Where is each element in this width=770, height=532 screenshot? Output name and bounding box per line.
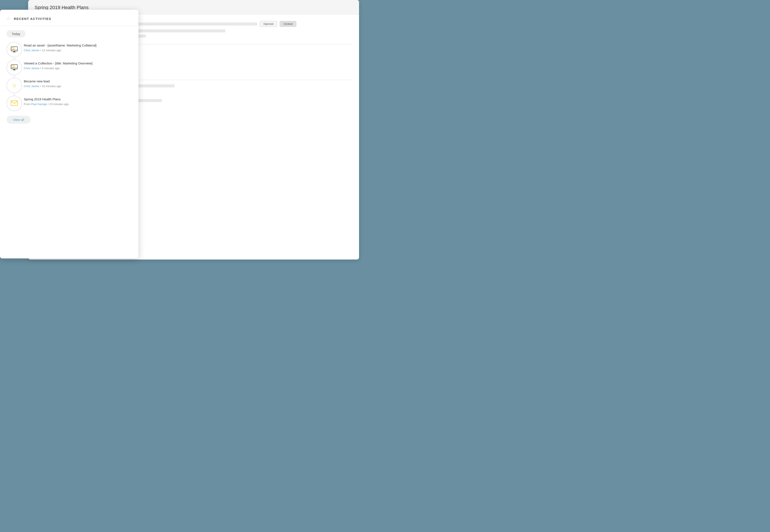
activity-meta-4: From Paul George • 23 minutes ago <box>24 103 69 106</box>
activity-author-4[interactable]: Paul George <box>31 103 47 106</box>
timeline-icon-wrap-2 <box>6 60 22 75</box>
timeline-item-3: ☆ Became new lead Chris James • 15 minut… <box>24 78 132 88</box>
activity-time-2: 5 minutes ago <box>42 67 60 70</box>
timeline-item-2: Viewed a Collection - [title: Marketing … <box>24 60 132 70</box>
activity-time-4: 23 minutes ago <box>50 103 69 106</box>
activity-content-3: Became new lead Chris James • 15 minutes… <box>24 78 61 88</box>
timeline-icon-wrap-1 <box>6 42 22 57</box>
front-panel: ☆ RECENT ACTIVITIES Today <box>0 10 138 258</box>
activity-title-3: Became new lead <box>24 79 61 83</box>
activity-meta-3: Chris James • 15 minutes ago <box>24 85 61 88</box>
clicked-button-1[interactable]: Clicked <box>280 21 296 27</box>
timeline-item-1: Read an asset - [assetName: Marketing Co… <box>24 42 132 52</box>
panel-header: ☆ RECENT ACTIVITIES <box>0 10 138 26</box>
activity-meta-1: Chris James • 12 minutes ago <box>24 49 96 52</box>
activity-title-2: Viewed a Collection - [title: Marketing … <box>24 61 92 66</box>
panel-body: Today <box>0 26 138 128</box>
activity-meta-2: Chris James • 5 minutes ago <box>24 67 92 70</box>
activity-content-1: Read an asset - [assetName: Marketing Co… <box>24 42 96 52</box>
activity-content-4: Spring 2019 Health Plans From Paul Georg… <box>24 96 69 106</box>
back-panel-title: Spring 2019 Health Plans <box>35 5 89 10</box>
activity-author-2[interactable]: Chris James <box>24 67 39 70</box>
activity-from-label: From <box>24 103 30 106</box>
activity-time-3: 15 minutes ago <box>42 85 61 88</box>
activity-title-1: Read an asset - [assetName: Marketing Co… <box>24 43 96 48</box>
timeline-icon-wrap-4 <box>6 96 22 111</box>
mail-icon-4 <box>11 101 18 106</box>
star-icon-3: ☆ <box>12 82 17 89</box>
activity-content-2: Viewed a Collection - [title: Marketing … <box>24 60 92 70</box>
star-header-icon: ☆ <box>6 16 11 21</box>
activity-author-3[interactable]: Chris James <box>24 85 39 88</box>
timeline-icon-wrap-3: ☆ <box>6 78 22 93</box>
activity-time-1: 12 minutes ago <box>42 49 61 52</box>
timeline: Read an asset - [assetName: Marketing Co… <box>6 42 132 106</box>
monitor-icon-1 <box>11 46 18 53</box>
today-badge: Today <box>6 30 26 37</box>
timeline-item-4: Spring 2019 Health Plans From Paul Georg… <box>24 96 132 106</box>
opened-button-1[interactable]: Opened <box>260 21 277 27</box>
view-all-button[interactable]: View all <box>6 116 30 124</box>
panel-header-title: RECENT ACTIVITIES <box>14 17 51 21</box>
monitor-icon-2 <box>11 64 18 71</box>
activity-author-1[interactable]: Chris James <box>24 49 39 52</box>
activity-title-4: Spring 2019 Health Plans <box>24 97 69 101</box>
